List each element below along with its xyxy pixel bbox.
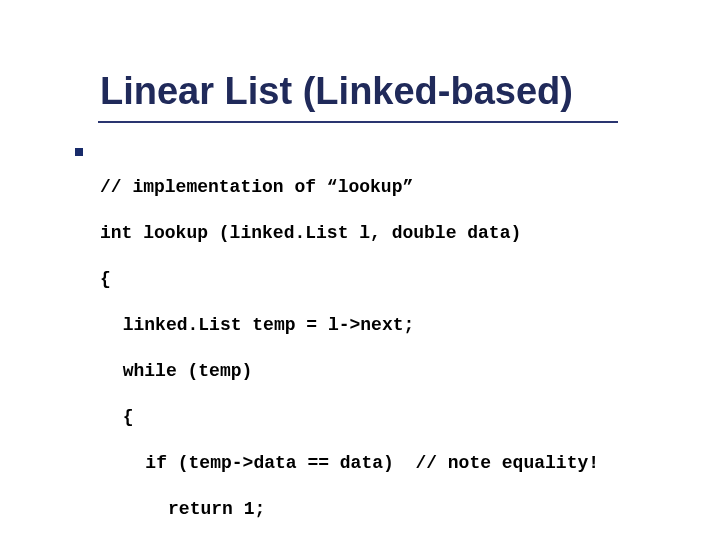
code-line: return 1; [100,498,655,521]
code-line: { [100,268,655,291]
code-line: // implementation of “lookup” [100,176,655,199]
slide: Linear List (Linked-based) // implementa… [0,0,720,540]
accent-square [75,148,83,156]
code-line: if (temp->data == data) // note equality… [100,452,655,475]
code-line: int lookup (linked.List l, double data) [100,222,655,245]
code-line: while (temp) [100,360,655,383]
code-line: linked.List temp = l->next; [100,314,655,337]
slide-title: Linear List (Linked-based) [100,70,655,113]
code-block: // implementation of “lookup” int lookup… [100,153,655,540]
title-underline [98,121,618,123]
code-line: { [100,406,655,429]
